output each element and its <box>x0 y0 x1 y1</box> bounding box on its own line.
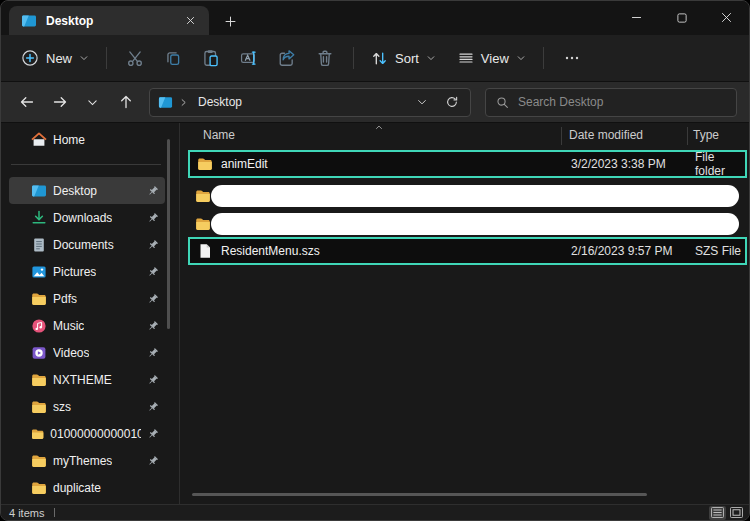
share-button[interactable] <box>268 41 306 75</box>
folder-icon <box>197 156 213 172</box>
sidebar-item-desktop[interactable]: Desktop <box>9 177 165 204</box>
breadcrumb-desktop[interactable]: Desktop <box>194 93 246 111</box>
arrow-up-icon <box>118 94 134 110</box>
file-type: File folder <box>695 150 745 178</box>
file-row-residentmenu[interactable]: ResidentMenu.szs 2/16/2023 9:57 PM SZS F… <box>188 237 747 265</box>
minimize-button[interactable] <box>614 1 659 34</box>
clipboard-icon <box>202 49 220 67</box>
sidebar-item-music[interactable]: Music <box>9 312 165 339</box>
sidebar-item-duplicate[interactable]: duplicate <box>9 474 165 501</box>
back-button[interactable] <box>11 87 42 117</box>
arrow-right-icon <box>52 94 68 110</box>
item-count: 4 items <box>9 507 44 519</box>
forward-button[interactable] <box>44 87 75 117</box>
desktop-icon <box>31 183 47 199</box>
file-date-modified: 3/2/2023 3:38 PM <box>571 157 666 171</box>
file-name: animEdit <box>221 157 268 171</box>
status-divider <box>54 508 55 517</box>
sidebar-item-label: Videos <box>53 346 89 360</box>
sidebar-item-home[interactable]: Home <box>9 128 165 152</box>
pin-icon <box>147 428 159 440</box>
file-explorer-window: Desktop New <box>0 0 750 521</box>
music-icon <box>31 318 47 334</box>
address-dropdown-button[interactable] <box>410 90 434 114</box>
desktop-icon <box>158 95 173 110</box>
cut-button[interactable] <box>116 41 154 75</box>
large-icons-view-toggle[interactable] <box>728 506 745 520</box>
address-bar[interactable]: Desktop <box>149 88 471 117</box>
redaction-overlay <box>211 185 739 207</box>
sidebar-scrollbar[interactable] <box>167 139 170 329</box>
status-bar: 4 items <box>1 504 749 520</box>
delete-button[interactable] <box>306 41 344 75</box>
sort-button[interactable]: Sort <box>363 44 444 73</box>
command-bar: New Sort View <box>1 35 749 81</box>
folder-icon <box>31 291 47 307</box>
copy-button[interactable] <box>154 41 192 75</box>
folder-icon <box>195 188 211 204</box>
refresh-button[interactable] <box>440 90 464 114</box>
sort-icon <box>371 50 388 67</box>
search-icon <box>496 96 509 109</box>
sidebar-item-nxtheme[interactable]: NXTHEME <box>9 366 165 393</box>
chevron-down-icon <box>416 96 428 108</box>
details-view-icon <box>711 507 724 518</box>
title-bar: Desktop <box>1 1 749 35</box>
pin-icon <box>147 266 159 278</box>
file-row-animedit[interactable]: animEdit 3/2/2023 3:38 PM File folder <box>188 150 747 178</box>
new-tab-button[interactable] <box>217 9 243 33</box>
tab-desktop[interactable]: Desktop <box>9 6 209 35</box>
column-headers: Name Date modified Type <box>180 123 749 149</box>
pin-icon <box>147 185 159 197</box>
column-divider[interactable] <box>561 127 562 145</box>
sidebar-item-mythemes[interactable]: myThemes <box>9 447 165 474</box>
large-icons-view-icon <box>730 507 743 518</box>
more-options-button[interactable] <box>553 41 591 75</box>
file-type: SZS File <box>695 244 741 258</box>
file-icon <box>197 243 213 259</box>
window-controls <box>614 1 749 34</box>
sidebar-item-szs[interactable]: szs <box>9 393 165 420</box>
sidebar-item-titleid-folder[interactable]: 010000000000100D <box>9 420 165 447</box>
file-row-redacted[interactable] <box>188 210 747 238</box>
close-button[interactable] <box>704 1 749 34</box>
toolbar-separator <box>353 47 354 69</box>
rename-button[interactable] <box>230 41 268 75</box>
sidebar-item-label: Music <box>53 319 84 333</box>
recent-locations-button[interactable] <box>77 87 108 117</box>
sidebar-item-documents[interactable]: Documents <box>9 231 165 258</box>
details-view-toggle[interactable] <box>709 506 726 520</box>
folder-icon <box>31 453 47 469</box>
column-header-name[interactable]: Name <box>203 128 235 142</box>
sidebar-item-pictures[interactable]: Pictures <box>9 258 165 285</box>
tab-close-icon[interactable] <box>179 10 201 32</box>
folder-icon <box>31 399 47 415</box>
pin-icon <box>147 320 159 332</box>
videos-icon <box>31 345 47 361</box>
sidebar-item-videos[interactable]: Videos <box>9 339 165 366</box>
view-button[interactable]: View <box>450 44 534 72</box>
documents-icon <box>31 237 47 253</box>
downloads-icon <box>31 210 47 226</box>
column-header-date-modified[interactable]: Date modified <box>569 128 643 142</box>
sidebar-item-pdfs[interactable]: Pdfs <box>9 285 165 312</box>
maximize-button[interactable] <box>659 1 704 34</box>
new-button[interactable]: New <box>13 43 97 73</box>
chevron-down-icon <box>86 96 99 109</box>
file-name: ResidentMenu.szs <box>221 244 320 258</box>
pictures-icon <box>31 264 47 280</box>
sidebar-item-downloads[interactable]: Downloads <box>9 204 165 231</box>
paste-button[interactable] <box>192 41 230 75</box>
file-list: Name Date modified Type animEdit 3/2/202… <box>180 123 749 504</box>
toolbar-separator <box>543 47 544 69</box>
file-row-redacted[interactable] <box>188 182 747 210</box>
column-divider[interactable] <box>687 127 688 145</box>
tab-title: Desktop <box>46 14 170 28</box>
up-button[interactable] <box>110 87 141 117</box>
horizontal-scrollbar[interactable] <box>192 493 647 496</box>
search-input[interactable] <box>518 95 726 109</box>
scissors-icon <box>126 49 144 67</box>
column-header-type[interactable]: Type <box>693 128 719 142</box>
content-area: Home Desktop Downloads Documents Pictu <box>1 123 749 504</box>
search-box[interactable] <box>485 88 737 117</box>
